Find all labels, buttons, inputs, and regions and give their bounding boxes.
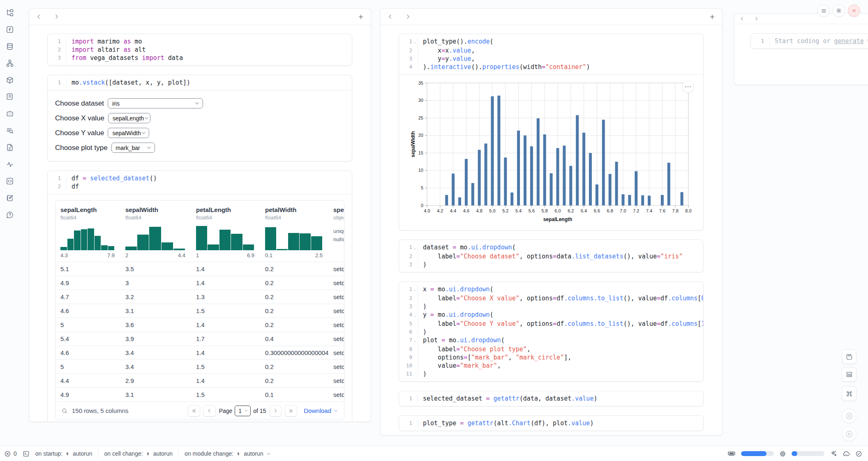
table-row[interactable]: 53.41.50.2setosa (55, 360, 344, 373)
file-explorer-icon[interactable] (5, 7, 15, 18)
code-line[interactable]: 5 label="Choose Y value", options=df.col… (399, 320, 703, 328)
svg-text:4.6: 4.6 (463, 208, 469, 213)
column-next-icon[interactable] (754, 16, 759, 21)
code-line[interactable]: 3from vega_datasets import data (48, 54, 352, 62)
last-page-button[interactable] (285, 405, 297, 417)
code-line[interactable]: 1selected_dataset = getattr(data, datase… (399, 394, 703, 403)
column-prev-icon[interactable] (387, 14, 393, 20)
table-row[interactable]: 4.42.91.40.2setosa (55, 373, 344, 387)
add-column-icon[interactable] (709, 14, 716, 20)
column-prev-icon[interactable] (739, 16, 745, 21)
form-row-plot-type: Choose plot type mark_bar (55, 143, 352, 153)
code-line[interactable]: 1mo.vstack([dataset, x, y, plot]) (48, 78, 352, 87)
table-row[interactable]: 5.43.91.70.4setosa (55, 332, 344, 346)
settings-button[interactable] (833, 5, 845, 17)
shutdown-button[interactable] (848, 5, 860, 17)
code-line[interactable]: 1Start coding or generate with AI (751, 37, 868, 45)
documentation-icon[interactable] (5, 125, 15, 136)
download-button[interactable]: Download (304, 407, 338, 414)
code-line[interactable]: 6) (399, 328, 703, 336)
y-value-select[interactable]: sepalWidth (108, 128, 149, 138)
column-header-petalLength[interactable]: petalLengthfloat6416.9 (191, 201, 260, 262)
connection-status-icon[interactable] (855, 450, 862, 457)
datasources-icon[interactable] (5, 41, 15, 52)
empty-code-cell[interactable]: 1Start coding or generate with AI (750, 33, 868, 49)
code-line[interactable]: 7⌄plot = mo.ui.dropdown( (399, 336, 703, 345)
snippets-icon[interactable] (5, 142, 15, 153)
on-cell-change-setting[interactable]: on cell change: autorun (104, 450, 173, 457)
code-line[interactable]: 3) (399, 302, 703, 311)
line-number: 3 (48, 54, 67, 62)
code-line[interactable]: 1df = selected_dataset() (48, 174, 352, 182)
column-header-species[interactable]: speciesobjectunique:nulls: (328, 201, 344, 262)
code-line[interactable]: 8 label="Choose plot type", (399, 345, 703, 353)
table-row[interactable]: 4.931.40.2setosa (55, 276, 344, 290)
column-next-icon[interactable] (405, 14, 411, 20)
first-page-button[interactable] (188, 405, 200, 417)
run-all-button[interactable] (842, 426, 856, 441)
page-select[interactable]: 1 (235, 406, 251, 416)
chart-menu-button[interactable] (682, 81, 694, 93)
code-line[interactable]: 2df (48, 182, 352, 191)
code-line[interactable]: 2 label="Choose dataset", options=data.l… (399, 252, 703, 260)
column-next-icon[interactable] (53, 14, 60, 20)
variables-icon[interactable] (5, 24, 15, 35)
code-line[interactable]: 11) (399, 370, 703, 378)
table-row[interactable]: 4.63.41.40.30000000000000004setosa (55, 346, 344, 360)
packages-icon[interactable] (5, 75, 15, 85)
dataset-select[interactable]: iris (108, 98, 203, 108)
keyboard-shortcuts-button[interactable] (842, 386, 856, 401)
form-label: Choose Y value (55, 129, 104, 137)
table-row[interactable]: 5.13.51.40.2setosa (55, 262, 344, 276)
layout-button[interactable] (842, 367, 856, 382)
code-line[interactable]: 10 value="mark_bar", (399, 362, 703, 370)
search-icon[interactable] (61, 408, 68, 414)
code-line[interactable]: 4⌄y = mo.ui.dropdown( (399, 311, 703, 320)
code-line[interactable]: 3) (399, 260, 703, 269)
table-row[interactable]: 4.93.11.50.1setosa (55, 387, 344, 401)
add-column-icon[interactable] (358, 14, 364, 20)
on-startup-setting[interactable]: on startup: autorun (35, 450, 92, 457)
error-indicator[interactable]: 0 (4, 450, 17, 457)
table-row[interactable]: 53.61.40.2setosa (55, 318, 344, 332)
x-value-select[interactable]: sepalLength (108, 113, 150, 123)
dependency-graph-icon[interactable] (5, 58, 15, 69)
ai-chat-icon[interactable] (5, 108, 15, 119)
prev-page-button[interactable] (203, 405, 216, 417)
table-row[interactable]: 4.63.11.50.2setosa (55, 304, 344, 318)
setting-label: on startup: (35, 450, 62, 457)
plot-type-select[interactable]: mark_bar (111, 143, 155, 153)
table-row[interactable]: 4.73.21.30.2setosa (55, 290, 344, 304)
plot-type-select-value: mark_bar (116, 145, 140, 151)
column-prev-icon[interactable] (36, 14, 42, 20)
on-module-change-setting[interactable]: on module change: autorun (185, 450, 271, 457)
notebook-menu-button[interactable] (817, 5, 830, 17)
code-line[interactable]: 1⌄x = mo.ui.dropdown( (399, 285, 703, 294)
column-header-petalWidth[interactable]: petalWidthfloat640.12.5 (260, 201, 328, 262)
scratchpad-icon[interactable] (5, 193, 15, 203)
code-line[interactable]: 4).interactive().properties(width="conta… (399, 63, 703, 71)
terminal-icon[interactable] (23, 450, 30, 457)
code-line[interactable]: 9 options=["mark_bar", "mark_circle"], (399, 353, 703, 362)
column-header-sepalLength[interactable]: sepalLengthfloat644.37.9 (55, 201, 120, 262)
code-line[interactable]: 1⌄plot_type().encode( (399, 37, 703, 46)
code-line[interactable]: 1plot_type = getattr(alt.Chart(df), plot… (399, 419, 703, 427)
outputs-icon[interactable] (5, 176, 15, 187)
tracing-icon[interactable] (5, 159, 15, 170)
code-line[interactable]: 2 x=x.value, (399, 46, 703, 55)
column-header-sepalWidth[interactable]: sepalWidthfloat6424.4 (120, 201, 191, 262)
chevron-down-icon (144, 115, 149, 121)
cloud-icon[interactable] (843, 450, 850, 457)
stop-button[interactable] (842, 408, 856, 423)
code-line[interactable]: 3 y=y.value, (399, 55, 703, 63)
code-line[interactable]: 1⌄dataset = mo.ui.dropdown( (399, 243, 703, 252)
code-line[interactable]: 2 label="Choose X value", options=df.col… (399, 294, 703, 302)
code-line[interactable]: 1import marimo as mo (48, 37, 352, 46)
vega-chart[interactable]: 4.04.24.44.64.85.05.25.45.65.86.06.26.46… (410, 80, 699, 226)
code-line[interactable]: 2import altair as alt (48, 46, 352, 54)
next-page-button[interactable] (269, 405, 282, 417)
logs-icon[interactable] (5, 92, 15, 102)
ai-sparkles-icon[interactable] (830, 450, 837, 457)
help-icon[interactable] (5, 210, 15, 220)
save-button[interactable] (842, 349, 856, 364)
